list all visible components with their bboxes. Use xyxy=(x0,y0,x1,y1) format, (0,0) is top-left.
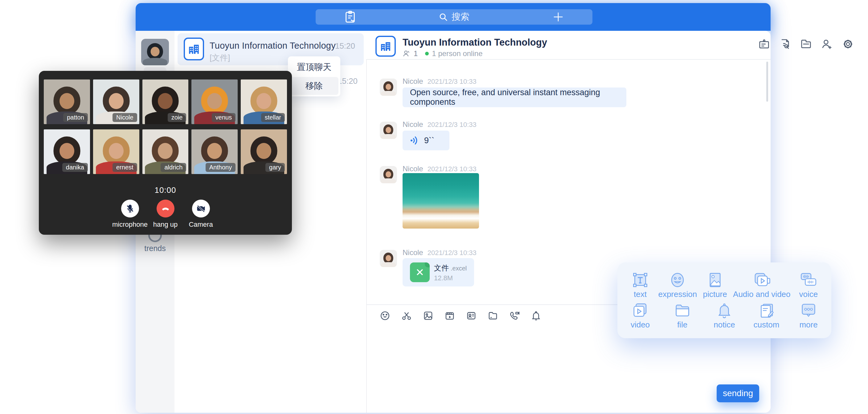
video-tile[interactable]: danika xyxy=(44,129,90,174)
message-avatar[interactable] xyxy=(380,250,397,267)
files-icon[interactable] xyxy=(800,38,812,50)
more-icon xyxy=(800,302,817,319)
panel-item-more[interactable]: more xyxy=(795,300,822,331)
camera-muted-icon xyxy=(196,204,206,213)
chat-header-actions xyxy=(758,38,854,50)
voice-message-bubble[interactable]: 9`` xyxy=(403,131,450,150)
video-grid: patton Nicole zoie venus stellar danika … xyxy=(44,79,287,174)
video-tile[interactable]: gary xyxy=(241,129,287,174)
plus-icon xyxy=(552,11,564,23)
search-label: 搜索 xyxy=(452,11,469,23)
file-basename: 文件 xyxy=(434,264,449,272)
panel-item-custom[interactable]: custom xyxy=(753,300,780,331)
sender-name: Nicole xyxy=(403,120,423,128)
menu-item-pin[interactable]: 置顶聊天 xyxy=(290,58,338,76)
user-avatar[interactable] xyxy=(141,39,169,65)
panel-item-voice[interactable]: voice xyxy=(795,270,822,300)
emoji-icon[interactable] xyxy=(380,311,390,321)
conversation-time: 15:20 xyxy=(338,76,358,86)
file-size: 12.8M xyxy=(434,274,453,282)
participant-name: venus xyxy=(212,113,236,122)
online-dot xyxy=(425,52,429,56)
video-tile[interactable]: zoie xyxy=(143,79,189,124)
hang-up-icon xyxy=(161,203,170,214)
file-extension: .excel xyxy=(451,265,467,272)
expression-icon xyxy=(669,272,686,288)
add-button[interactable] xyxy=(552,9,564,25)
panel-label: custom xyxy=(753,320,780,329)
mic-muted-icon xyxy=(125,204,135,213)
building-icon xyxy=(188,43,200,55)
panel-item-file[interactable]: file xyxy=(669,300,696,331)
contact-card-icon[interactable] xyxy=(466,311,476,321)
voice-wave-icon xyxy=(409,135,420,146)
panel-item-picture[interactable]: picture xyxy=(702,270,729,300)
notes-button[interactable] xyxy=(344,9,356,25)
group-avatar xyxy=(375,36,396,57)
excel-file-icon: ✕ xyxy=(410,262,430,282)
video-tile[interactable]: Anthony xyxy=(191,129,238,174)
panel-label: more xyxy=(795,320,822,329)
folder-icon[interactable] xyxy=(488,311,498,321)
message-avatar[interactable] xyxy=(380,166,397,183)
participant-name: stellar xyxy=(261,113,285,122)
call-controls: microphone hang up xyxy=(39,200,292,229)
video-call-icon[interactable] xyxy=(509,311,520,321)
camera-toggle[interactable]: Camera xyxy=(179,200,222,229)
message-time: 2021/12/3 10:33 xyxy=(428,121,476,128)
panel-item-notice[interactable]: notice xyxy=(711,300,738,331)
panel-item-video[interactable]: video xyxy=(627,300,654,331)
custom-icon xyxy=(758,302,775,319)
call-timer: 10:00 xyxy=(39,185,292,195)
settings-gear-icon[interactable] xyxy=(842,38,854,50)
participant-name: patton xyxy=(63,113,88,122)
panel-label: file xyxy=(669,320,696,329)
bell-icon[interactable] xyxy=(531,311,541,321)
panel-item-audio-video[interactable]: Audio and video xyxy=(733,270,790,300)
panel-label: picture xyxy=(702,290,729,299)
participant-name: zoie xyxy=(168,113,186,122)
video-tile[interactable]: aldrich xyxy=(143,129,189,174)
message-meta: Nicole2021/12/3 10:33 xyxy=(403,120,476,129)
conversation-title: Tuoyun Information Technology xyxy=(210,41,336,51)
search-icon xyxy=(439,12,448,22)
message-avatar[interactable] xyxy=(380,78,397,96)
video-clip-icon[interactable] xyxy=(444,311,455,321)
message-meta: Nicole2021/12/3 10:33 xyxy=(403,248,476,257)
participant-name: danika xyxy=(62,163,88,172)
video-icon xyxy=(632,302,649,319)
panel-item-expression[interactable]: expression xyxy=(658,270,697,300)
video-tile[interactable]: stellar xyxy=(241,79,287,124)
screenshot-scissors-icon[interactable] xyxy=(401,311,412,321)
members-icon xyxy=(403,50,410,58)
image-icon[interactable] xyxy=(423,311,433,321)
audio-video-icon xyxy=(753,272,771,288)
video-tile[interactable]: venus xyxy=(191,79,238,124)
image-message-beach-photo[interactable] xyxy=(403,173,479,229)
message-avatar[interactable] xyxy=(380,122,397,139)
text-message-bubble[interactable]: Open source, free, and universal instant… xyxy=(403,88,626,107)
send-button[interactable]: sending xyxy=(717,384,759,402)
participant-name: ernest xyxy=(113,163,137,172)
conversation-item-2[interactable]: 15:20 xyxy=(338,76,358,86)
announcement-icon[interactable] xyxy=(758,38,770,50)
chat-record-search-icon[interactable] xyxy=(779,38,791,50)
video-tile[interactable]: ernest xyxy=(93,129,139,174)
search-input[interactable]: 搜索 xyxy=(439,11,469,23)
video-tile[interactable]: Nicole xyxy=(93,79,139,124)
conversation-preview: [文件] xyxy=(210,52,230,63)
panel-row-1: text expression picture xyxy=(627,270,822,300)
participant-name: Nicole xyxy=(113,113,137,122)
clipboard-icon xyxy=(344,10,356,24)
panel-item-text[interactable]: text xyxy=(627,270,654,300)
menu-item-remove[interactable]: 移除 xyxy=(290,77,338,95)
panel-label: Audio and video xyxy=(733,290,790,299)
chat-header: Tuoyun Information Technology 1 1 person… xyxy=(366,31,771,60)
scrollbar-thumb[interactable] xyxy=(766,62,768,102)
chat-subheader: 1 1 person online xyxy=(403,49,483,58)
voice-icon xyxy=(800,272,817,288)
add-member-icon[interactable] xyxy=(821,38,833,50)
video-tile[interactable]: patton xyxy=(44,79,90,124)
sender-name: Nicole xyxy=(403,77,423,85)
file-message-card[interactable]: ✕ 文件.excel 12.8M xyxy=(403,258,474,286)
